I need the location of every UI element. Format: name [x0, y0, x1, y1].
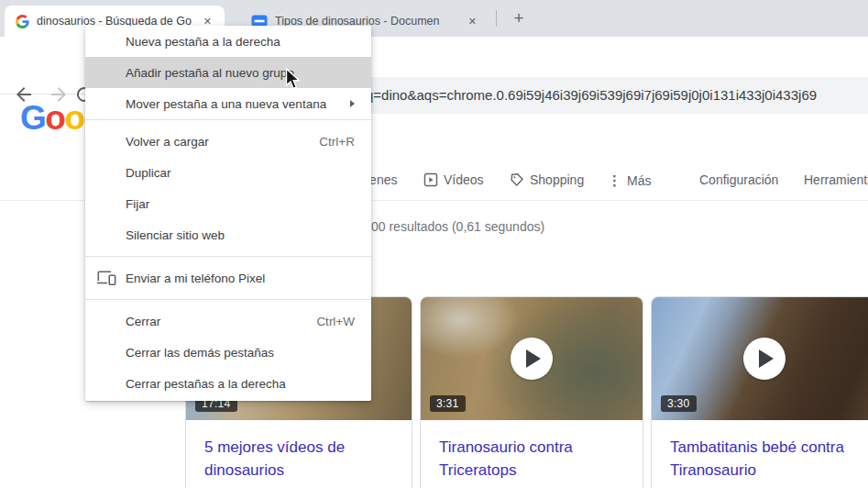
submenu-arrow-icon [350, 100, 355, 107]
menu-item-anadir-pestana-grupo[interactable]: Añadir pestaña al nuevo grupo [85, 57, 371, 88]
video-duration-badge: 3:31 [430, 395, 466, 412]
nav-label: Más [627, 173, 651, 188]
menu-item-enviar-telefono[interactable]: Enviar a mi teléfono Pixel [85, 257, 371, 299]
nav-label: Configuración [699, 172, 778, 187]
videos-icon [423, 172, 438, 187]
logo-letter: o [45, 99, 64, 137]
play-icon[interactable] [743, 338, 786, 380]
video-card[interactable]: 3:30 Tambatitanis bebé contra Tiranosaur… [651, 296, 868, 488]
menu-item-fijar[interactable]: Fijar [85, 188, 371, 219]
tab-separator [496, 10, 497, 27]
menu-item-nueva-pestana-derecha[interactable]: Nueva pestaña a la derecha [85, 26, 371, 57]
video-title-link[interactable]: Tambatitanis bebé contra Tiranosaurio [652, 420, 868, 482]
menu-item-volver-a-cargar[interactable]: Volver a cargar Ctrl+R [85, 126, 371, 157]
video-duration-badge: 3:30 [661, 395, 697, 412]
nav-label: Vídeos [444, 172, 484, 187]
shopping-tag-icon [510, 172, 524, 187]
nav-herramientas[interactable]: Herramientas [804, 172, 868, 187]
menu-item-mover-pestana-ventana[interactable]: Mover pestaña a una nueva ventana [85, 88, 371, 119]
nav-label: Shopping [530, 172, 584, 187]
more-dots-icon: ⋮ [608, 172, 621, 189]
new-tab-button[interactable]: + [506, 6, 532, 31]
nav-configuracion[interactable]: Configuración [699, 172, 778, 187]
menu-item-cerrar[interactable]: Cerrar Ctrl+W [85, 305, 371, 337]
video-card[interactable]: 3:31 Tiranosaurio contra Triceratops [420, 296, 643, 488]
browser-window: dinosaurios - Búsqueda de Go ✕ Tipos de … [0, 0, 868, 488]
url-text[interactable]: q=dino&aqs=chrome.0.69i59j46i39j69i539j6… [366, 87, 817, 103]
video-thumbnail[interactable]: 3:31 [421, 297, 643, 420]
nav-mas[interactable]: ⋮ Más [608, 172, 651, 189]
mouse-cursor [285, 68, 302, 95]
tab-close-icon[interactable]: ✕ [465, 14, 480, 29]
play-icon[interactable] [511, 338, 553, 380]
logo-letter: G [20, 99, 45, 137]
menu-item-silenciar-sitio[interactable]: Silenciar sitio web [85, 219, 371, 250]
shortcut-label: Ctrl+W [316, 315, 355, 328]
results-stats: 00 resultados (0,61 segundos) [371, 219, 544, 234]
video-title-link[interactable]: 5 mejores vídeos de dinosaurios [186, 420, 412, 482]
google-g-icon [16, 15, 29, 28]
logo-letter: o [64, 99, 83, 137]
nav-videos[interactable]: Vídeos [423, 172, 484, 187]
menu-item-cerrar-demas[interactable]: Cerrar las demás pestañas [85, 337, 371, 368]
nav-shopping[interactable]: Shopping [510, 172, 584, 187]
nav-label: Herramientas [804, 172, 868, 187]
video-thumbnail[interactable]: 3:30 [652, 297, 868, 420]
shortcut-label: Ctrl+R [319, 135, 355, 149]
tab-context-menu: Nueva pestaña a la derecha Añadir pestañ… [85, 26, 371, 401]
menu-item-cerrar-derecha[interactable]: Cerrar pestañas a la derecha [85, 368, 371, 399]
video-title-link[interactable]: Tiranosaurio contra Triceratops [421, 420, 643, 482]
menu-item-duplicar[interactable]: Duplicar [85, 157, 371, 188]
devices-icon [96, 270, 116, 286]
